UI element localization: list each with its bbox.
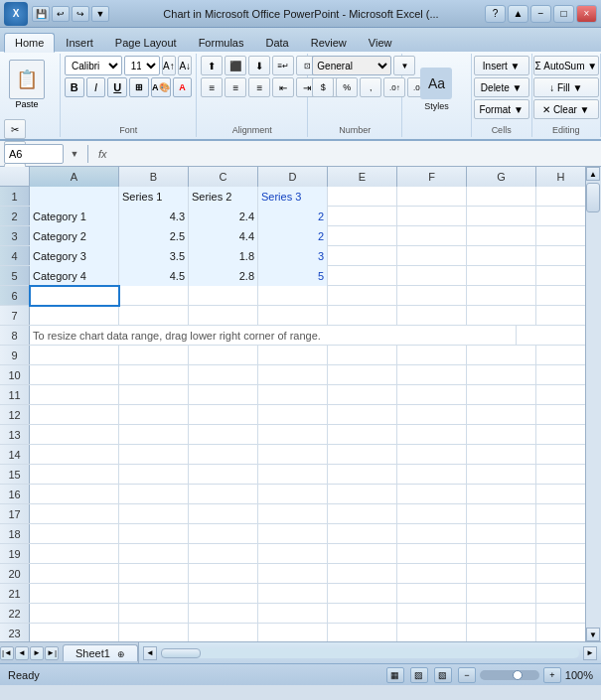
name-box-dropdown[interactable]: ▼ bbox=[68, 144, 81, 164]
row-header-7[interactable]: 7 bbox=[0, 306, 30, 325]
cell-g2[interactable] bbox=[467, 207, 536, 226]
cell-b4[interactable]: 3.5 bbox=[119, 246, 189, 266]
tab-view[interactable]: View bbox=[358, 33, 403, 52]
cell-c4[interactable]: 1.8 bbox=[189, 246, 258, 266]
redo-quick-btn[interactable]: ↪ bbox=[72, 6, 89, 22]
row-header-20[interactable]: 20 bbox=[0, 564, 30, 583]
cell-e6[interactable] bbox=[328, 286, 397, 306]
cell-d7[interactable] bbox=[258, 306, 328, 326]
cell-h3[interactable] bbox=[536, 226, 586, 246]
align-left-btn[interactable]: ≡ bbox=[201, 77, 223, 97]
align-right-btn[interactable]: ≡ bbox=[248, 77, 270, 97]
cell-a6[interactable] bbox=[30, 286, 119, 306]
cell-d6[interactable] bbox=[258, 286, 328, 306]
cell-e2[interactable] bbox=[328, 207, 397, 226]
scroll-up-btn[interactable]: ▲ bbox=[586, 167, 600, 181]
cell-h7[interactable] bbox=[536, 306, 586, 326]
styles-button[interactable]: Aa Styles bbox=[413, 60, 459, 119]
zoom-out-btn[interactable]: − bbox=[458, 667, 476, 683]
cell-a4[interactable]: Category 3 bbox=[30, 246, 119, 266]
prev-sheet-btn[interactable]: ◄ bbox=[15, 646, 29, 660]
row-header-15[interactable]: 15 bbox=[0, 465, 30, 484]
cell-h6[interactable] bbox=[536, 286, 586, 306]
number-format-select[interactable]: General bbox=[312, 56, 391, 75]
align-top-btn[interactable]: ⬆ bbox=[201, 56, 223, 75]
minimize-btn[interactable]: − bbox=[530, 5, 551, 23]
bold-button[interactable]: B bbox=[65, 77, 84, 97]
font-color-button[interactable]: A bbox=[173, 77, 193, 97]
cell-f3[interactable] bbox=[397, 226, 467, 246]
col-header-e[interactable]: E bbox=[328, 167, 397, 187]
cell-g6[interactable] bbox=[467, 286, 536, 306]
row-header-8[interactable]: 8 bbox=[0, 326, 30, 345]
cell-a3[interactable]: Category 2 bbox=[30, 226, 119, 246]
row-header-10[interactable]: 10 bbox=[0, 365, 30, 384]
col-header-f[interactable]: F bbox=[397, 167, 467, 187]
row-header-12[interactable]: 12 bbox=[0, 405, 30, 424]
tab-page-layout[interactable]: Page Layout bbox=[104, 33, 188, 52]
col-header-b[interactable]: B bbox=[119, 167, 189, 187]
cell-f4[interactable] bbox=[397, 246, 467, 266]
corner-cell[interactable] bbox=[0, 167, 30, 186]
cell-g4[interactable] bbox=[467, 246, 536, 266]
last-sheet-btn[interactable]: ►| bbox=[45, 646, 59, 660]
percent-btn[interactable]: % bbox=[336, 77, 358, 97]
underline-button[interactable]: U bbox=[107, 77, 127, 97]
col-header-g[interactable]: G bbox=[467, 167, 536, 187]
zoom-slider[interactable] bbox=[480, 670, 539, 680]
cell-e7[interactable] bbox=[328, 306, 397, 326]
delete-cells-btn[interactable]: Delete ▼ bbox=[474, 77, 529, 97]
cell-h4[interactable] bbox=[536, 246, 586, 266]
row-header-18[interactable]: 18 bbox=[0, 524, 30, 543]
cell-h5[interactable] bbox=[536, 266, 586, 286]
cell-a5[interactable]: Category 4 bbox=[30, 266, 119, 286]
cell-f1[interactable] bbox=[397, 187, 467, 207]
font-family-select[interactable]: Calibri bbox=[65, 56, 122, 75]
cell-b3[interactable]: 2.5 bbox=[119, 226, 189, 246]
row-header-9[interactable]: 9 bbox=[0, 346, 30, 364]
page-layout-view-btn[interactable]: ▨ bbox=[410, 667, 428, 683]
cell-a1[interactable] bbox=[30, 187, 119, 207]
cell-b5[interactable]: 4.5 bbox=[119, 266, 189, 286]
next-sheet-btn[interactable]: ► bbox=[30, 646, 44, 660]
h-scroll-thumb[interactable] bbox=[161, 648, 201, 658]
row-header-14[interactable]: 14 bbox=[0, 445, 30, 464]
row-header-4[interactable]: 4 bbox=[0, 246, 30, 265]
row-header-19[interactable]: 19 bbox=[0, 544, 30, 563]
cell-c6[interactable] bbox=[189, 286, 258, 306]
row-header-13[interactable]: 13 bbox=[0, 425, 30, 444]
cell-e5[interactable] bbox=[328, 266, 397, 286]
cell-d4[interactable]: 3 bbox=[258, 246, 328, 266]
cell-d5[interactable]: 5 bbox=[258, 266, 328, 286]
cell-g9[interactable] bbox=[467, 346, 536, 365]
row-header-3[interactable]: 3 bbox=[0, 226, 30, 245]
cell-g7[interactable] bbox=[467, 306, 536, 326]
align-bottom-btn[interactable]: ⬇ bbox=[248, 56, 270, 75]
cell-h9[interactable] bbox=[536, 346, 586, 365]
cell-g1[interactable] bbox=[467, 187, 536, 207]
row-header-2[interactable]: 2 bbox=[0, 207, 30, 225]
zoom-in-btn[interactable]: + bbox=[543, 667, 561, 683]
tab-home[interactable]: Home bbox=[4, 33, 55, 53]
cell-f7[interactable] bbox=[397, 306, 467, 326]
row-header-6[interactable]: 6 bbox=[0, 286, 30, 305]
font-size-select[interactable]: 11 bbox=[124, 56, 160, 75]
wrap-text-btn[interactable]: ≡↵ bbox=[272, 56, 294, 75]
increase-font-btn[interactable]: A↑ bbox=[162, 56, 176, 75]
col-header-d[interactable]: D bbox=[258, 167, 328, 187]
tab-review[interactable]: Review bbox=[300, 33, 358, 52]
italic-button[interactable]: I bbox=[86, 77, 106, 97]
cell-reference-box[interactable]: A6 bbox=[4, 144, 64, 164]
cell-d9[interactable] bbox=[258, 346, 328, 365]
cell-g3[interactable] bbox=[467, 226, 536, 246]
scroll-right-btn[interactable]: ► bbox=[583, 646, 597, 660]
cut-button[interactable]: ✂ bbox=[4, 119, 26, 139]
fill-btn[interactable]: ↓ Fill ▼ bbox=[533, 77, 599, 97]
cell-f5[interactable] bbox=[397, 266, 467, 286]
scroll-left-btn[interactable]: ◄ bbox=[143, 646, 157, 660]
cell-a7[interactable] bbox=[30, 306, 119, 326]
row-header-5[interactable]: 5 bbox=[0, 266, 30, 285]
cell-h1[interactable] bbox=[536, 187, 586, 207]
normal-view-btn[interactable]: ▦ bbox=[386, 667, 404, 683]
cell-b1[interactable]: Series 1 bbox=[119, 187, 189, 207]
